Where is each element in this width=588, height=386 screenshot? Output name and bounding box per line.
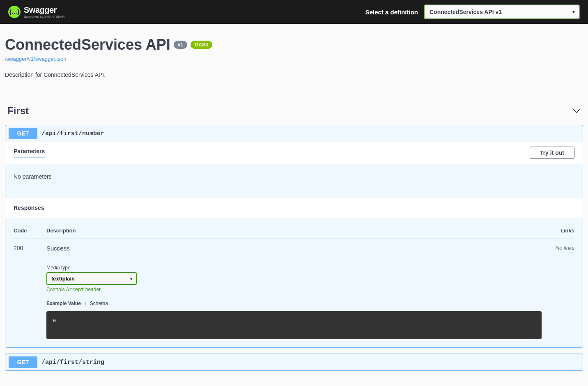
operation-get-first-number: GET /api/first/number Parameters Try it … — [5, 125, 583, 348]
method-badge-get: GET — [9, 128, 37, 139]
response-description: Success — [46, 245, 542, 252]
operation-header[interactable]: GET /api/first/number — [5, 125, 583, 142]
col-description: Description — [46, 227, 542, 234]
example-value-code: 0 — [46, 311, 542, 339]
definition-label: Select a definition — [365, 9, 418, 16]
topbar: {…} Swagger Supported by SMARTBEAR Selec… — [0, 0, 588, 24]
oas-badge: OAS3 — [191, 41, 212, 49]
logo: {…} Swagger Supported by SMARTBEAR — [8, 5, 64, 18]
method-badge-get: GET — [9, 356, 37, 368]
response-row-200: 200 Success Media type text/plain — [14, 239, 574, 339]
no-parameters-text: No parameters — [5, 164, 583, 198]
responses-heading: Responses — [5, 198, 583, 218]
operation-path: /api/first/number — [41, 130, 104, 137]
tag-name: First — [7, 105, 29, 117]
tag-header[interactable]: First — [5, 101, 583, 121]
try-it-out-button[interactable]: Try it out — [530, 147, 574, 159]
responses-table-header: Code Description Links — [14, 223, 574, 239]
logo-subtext: Supported by SMARTBEAR — [24, 15, 64, 18]
api-description: Description for ConnectedServices API. — [5, 71, 583, 78]
schema-tab[interactable]: Schema — [90, 301, 108, 306]
media-type-label: Media type — [46, 265, 542, 271]
logo-text: Swagger — [24, 5, 64, 15]
operation-header[interactable]: GET /api/first/string — [5, 354, 583, 370]
definition-select[interactable]: ConnectedServices API v1 — [424, 5, 580, 19]
swagger-icon: {…} — [8, 6, 21, 18]
example-value-tab[interactable]: Example Value — [46, 301, 81, 306]
tag-section-first: First GET /api/first/number Parameters T… — [5, 101, 583, 371]
col-links: Links — [542, 227, 574, 234]
operation-get-first-string: GET /api/first/string — [5, 354, 583, 371]
response-code: 200 — [14, 245, 46, 339]
example-schema-tabs: Example Value | Schema — [46, 301, 542, 306]
version-badge: v1 — [174, 41, 187, 49]
spec-link[interactable]: /swagger/v1/swagger.json — [5, 56, 67, 62]
controls-accept-text: Controls Accept header. — [46, 287, 542, 292]
media-type-select[interactable]: text/plain — [46, 272, 137, 285]
operation-path: /api/first/string — [41, 359, 104, 366]
response-links: No links — [542, 245, 574, 339]
col-code: Code — [14, 227, 46, 234]
api-title-text: ConnectedServices API — [5, 36, 170, 53]
definition-selector: Select a definition ConnectedServices AP… — [365, 5, 580, 19]
parameters-heading: Parameters — [14, 148, 45, 158]
chevron-down-icon — [572, 107, 581, 115]
api-title: ConnectedServices API v1 OAS3 — [5, 36, 212, 53]
